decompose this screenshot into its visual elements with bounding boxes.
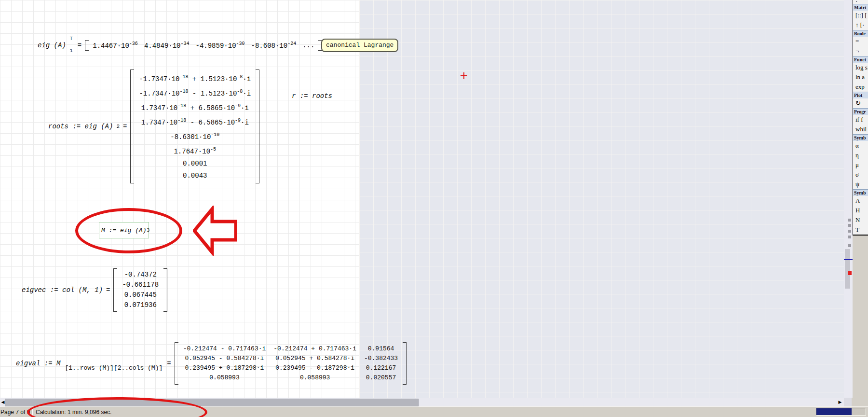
worksheet-margin-area[interactable] bbox=[359, 0, 844, 398]
superscript-T: T bbox=[70, 36, 73, 42]
matrix-row: -1.7347·10-18 + 1.5123·10-8·i bbox=[139, 71, 251, 85]
scrollbar-mark bbox=[848, 219, 851, 222]
equation-lhs: roots := eig (A) bbox=[48, 123, 113, 130]
matrix-row: 0.0043 bbox=[139, 170, 251, 182]
palette-item[interactable]: · bbox=[853, 0, 868, 4]
matrix-cell: 0.020557 bbox=[364, 373, 398, 383]
vertical-scrollbar-thumb[interactable] bbox=[845, 249, 850, 289]
vertical-scrollbar[interactable] bbox=[844, 0, 853, 398]
palette-section-header: Progr bbox=[853, 108, 868, 115]
palette-section-header: Funct bbox=[853, 56, 868, 63]
palette-item[interactable]: [::] [ bbox=[853, 11, 868, 20]
palette-section-header: Boole bbox=[853, 30, 868, 37]
equals-sign: = bbox=[78, 42, 81, 49]
matrix-cell: 0.239495 - 0.187298·i bbox=[273, 363, 356, 373]
matrix-cell: 0.058993 bbox=[273, 373, 356, 383]
math-region-eig-transpose[interactable]: eig (A)T1 = 1.4467·10-364.4849·10-34-4.9… bbox=[38, 37, 322, 54]
annotation-arrow bbox=[193, 206, 237, 256]
row-vector: 1.4467·10-364.4849·10-34-4.9859·10-30-8.… bbox=[85, 40, 322, 51]
worksheet-page[interactable] bbox=[0, 0, 359, 398]
palette-item[interactable]: H bbox=[853, 206, 868, 215]
palette-item[interactable]: ¬ bbox=[853, 46, 868, 56]
math-region-roots[interactable]: roots := eig (A)2 = -1.7347·10-18 + 1.51… bbox=[48, 77, 259, 176]
palette-item[interactable]: α bbox=[853, 141, 868, 151]
matrix: -1.7347·10-18 + 1.5123·10-8·i-1.7347·10-… bbox=[130, 70, 259, 183]
palette-item[interactable]: A bbox=[853, 196, 868, 206]
palette-item[interactable]: ↑ [· bbox=[853, 20, 868, 30]
matrix-bracket-left bbox=[175, 342, 178, 385]
palette-section-header: Symb bbox=[853, 134, 868, 141]
matrix-cell: 0.91564 bbox=[364, 344, 398, 354]
subscript-range-index: [1..rows (M)][2..cols (M)] bbox=[65, 364, 163, 372]
scrollbar-end-filler bbox=[844, 398, 852, 406]
region-tag-tooltip: canonical Lagrange bbox=[321, 39, 398, 52]
matrix-cell: -0.212474 - 0.717463·i bbox=[183, 344, 266, 354]
matrix-cell: 0.058993 bbox=[183, 373, 266, 383]
palette-item[interactable]: T bbox=[853, 225, 868, 235]
palette-rows: ·Matri[::] [↑ [·Boole=¬Functlog siln aex… bbox=[853, 0, 868, 236]
matrix-row: -8.6301·10-10 bbox=[139, 129, 251, 143]
matrix-row: 1.4467·10-36 bbox=[93, 41, 138, 50]
matrix-row: -1.7347·10-18 - 1.5123·10-8·i bbox=[139, 85, 251, 100]
matrix-bracket-left bbox=[113, 268, 117, 312]
vector: -0.74372-0.6611780.0674450.071936 bbox=[113, 268, 167, 312]
matrix-row: 4.4849·10-34 bbox=[144, 41, 190, 50]
matrix-row: 1.7347·10-18 - 6.5865·10-9·i bbox=[139, 114, 251, 129]
matrix-values: -1.7347·10-18 + 1.5123·10-8·i-1.7347·10-… bbox=[134, 70, 256, 183]
equation-lhs: M := eig (A) bbox=[101, 227, 147, 234]
subscript-3: 3 bbox=[147, 227, 150, 233]
matrix-bracket-left bbox=[85, 40, 89, 51]
palette-item[interactable]: η bbox=[853, 151, 868, 160]
palette-section-header: Matri bbox=[853, 4, 868, 11]
math-region-r-assign[interactable]: r := roots bbox=[292, 92, 332, 100]
palette-item[interactable]: μ bbox=[853, 160, 868, 170]
matrix-bracket-right bbox=[403, 342, 407, 385]
matrix-cell: -0.212474 + 0.717463·i bbox=[273, 344, 356, 354]
palette-item[interactable]: if f bbox=[853, 115, 868, 125]
matrix-values: -0.212474 - 0.717463·i-0.212474 + 0.7174… bbox=[178, 342, 403, 385]
matrix-row: 1.7647·10-5 bbox=[139, 143, 251, 158]
statusbar-divider bbox=[31, 408, 33, 416]
matrix-bracket-right bbox=[163, 268, 167, 312]
palette-item[interactable]: N bbox=[853, 215, 868, 225]
matrix-cell: 0.122167 bbox=[364, 363, 398, 373]
palette-item[interactable]: σ bbox=[853, 170, 868, 180]
palette-item[interactable]: exp bbox=[853, 82, 868, 92]
math-palette-sidebar: ·Matri[::] [↑ [·Boole=¬Functlog siln aex… bbox=[853, 0, 868, 398]
palette-item[interactable]: ln a bbox=[853, 72, 868, 82]
page-indicator: Page 7 of 9 bbox=[0, 409, 30, 416]
palette-item[interactable]: ψ bbox=[853, 180, 868, 189]
palette-section-header: Plot bbox=[853, 92, 868, 98]
matrix: -0.212474 - 0.717463·i-0.212474 + 0.7174… bbox=[175, 342, 407, 385]
palette-section-header: Symb bbox=[853, 189, 868, 196]
palette-item[interactable]: = bbox=[853, 37, 868, 46]
palette-item[interactable]: ↻ bbox=[853, 98, 868, 108]
horizontal-scrollbar-thumb[interactable] bbox=[5, 399, 419, 406]
matrix-row: 0.067445 bbox=[122, 290, 159, 300]
matrix-row: 1.7347·10-18 + 6.5865·10-9·i bbox=[139, 100, 251, 114]
calculation-progress-bar bbox=[816, 408, 866, 416]
scrollbar-mark bbox=[848, 230, 851, 233]
matrix-row: 0.0001 bbox=[139, 158, 251, 170]
equals-sign: = bbox=[106, 286, 110, 294]
scrollbar-corner bbox=[852, 398, 868, 406]
matrix-row: -0.661178 bbox=[122, 280, 159, 290]
palette-item[interactable]: whil bbox=[853, 125, 868, 134]
selected-region-m-assign[interactable]: M := eig (A)3 bbox=[99, 222, 149, 238]
progress-fill bbox=[816, 408, 852, 415]
matrix-row: -4.9859·10-30 bbox=[196, 41, 245, 50]
view-position-marker bbox=[844, 259, 853, 260]
math-region-eigval[interactable]: eigval := M[1..rows (M)][2..cols (M)] = … bbox=[16, 343, 407, 384]
scroll-right-arrow[interactable]: ▶ bbox=[837, 398, 843, 406]
scrollbar-mark bbox=[848, 244, 851, 247]
palette-item[interactable]: log si bbox=[853, 63, 868, 72]
status-bar: Page 7 of 9 Calculation: 1 min. 9,096 se… bbox=[0, 406, 868, 417]
mathcad-window: eig (A)T1 = 1.4467·10-364.4849·10-34-4.9… bbox=[0, 0, 868, 417]
equation-lhs: eigval := M bbox=[16, 360, 60, 367]
math-region-eigvec[interactable]: eigvec := col (M, 1) = -0.74372-0.661178… bbox=[22, 268, 167, 312]
horizontal-scrollbar[interactable]: ◀ ▶ bbox=[0, 398, 852, 406]
page-break-line bbox=[359, 0, 359, 398]
error-marker bbox=[848, 271, 852, 275]
equals-sign: = bbox=[123, 123, 127, 130]
row-vector-values: 1.4467·10-364.4849·10-34-4.9859·10-30-8.… bbox=[89, 40, 318, 51]
